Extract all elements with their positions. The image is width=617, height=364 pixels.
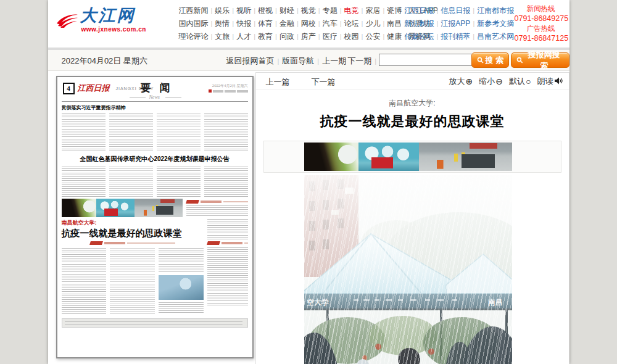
nav-link[interactable]: 视觉 bbox=[301, 6, 316, 15]
nav-separator: | bbox=[318, 7, 320, 14]
nav-link[interactable]: 理论评论 bbox=[179, 32, 209, 41]
toolbar-separator: | bbox=[278, 57, 280, 65]
nav-link[interactable]: 家居 bbox=[365, 6, 380, 15]
prev-article-link[interactable]: 上一篇 bbox=[266, 77, 290, 88]
paper-links: 江西日报|信息日报|江南都市报新法制报|江报APP|新参考文摘传媒论坛|报刊精萃… bbox=[405, 4, 513, 43]
section-badge bbox=[186, 200, 248, 204]
paper-links-row: 江西日报|信息日报|江南都市报 bbox=[405, 4, 513, 17]
masthead-title: 江西日报 bbox=[78, 83, 110, 94]
hotline-number: 0791-86849275 bbox=[515, 14, 568, 23]
nav-link[interactable]: 论坛 bbox=[344, 19, 359, 28]
toolbar-link-next-issue[interactable]: 下一期 bbox=[347, 56, 371, 65]
thumb-kicker: 南昌航空大学: bbox=[62, 219, 204, 227]
nav-link[interactable]: 瓷博 bbox=[387, 6, 402, 15]
nav-link[interactable]: 舆情 bbox=[215, 19, 230, 28]
nav-link[interactable]: 人才 bbox=[236, 32, 251, 41]
thumb-headline-main: 抗疫一线就是最好的思政课堂 bbox=[62, 228, 204, 239]
thumb-headline-top: 贯彻落实习近平重要指示精神 bbox=[62, 104, 173, 111]
nav-link[interactable]: 电竞 bbox=[344, 6, 359, 15]
toolbar-link-prev-issue[interactable]: 上一期 bbox=[322, 56, 346, 65]
nav-link[interactable]: 财经 bbox=[280, 6, 294, 15]
nav-link[interactable]: 公安 bbox=[365, 32, 380, 41]
article-panel: 上一篇 下一篇 放大⊕ 缩小⊖ 默认○ 朗读 南昌航空大学: 抗疫一线就是最好的… bbox=[255, 72, 569, 364]
masthead-date: 2022年4月2日 星期六 bbox=[212, 83, 248, 88]
nav-link[interactable]: 教育 bbox=[258, 32, 273, 41]
paper-link[interactable]: 江报APP bbox=[441, 19, 470, 28]
speaker-icon bbox=[554, 77, 563, 86]
nav-separator: | bbox=[362, 20, 363, 27]
text-columns bbox=[62, 113, 248, 151]
default-size-icon: ○ bbox=[526, 77, 531, 86]
nav-link[interactable]: 少儿 bbox=[365, 19, 380, 28]
nav-separator: | bbox=[383, 33, 384, 40]
zoom-out-control[interactable]: 缩小⊖ bbox=[479, 76, 503, 87]
nav-link[interactable]: 橙视 bbox=[258, 6, 273, 15]
paper-separator: | bbox=[473, 33, 474, 40]
nav-link[interactable]: 房产 bbox=[301, 32, 316, 41]
read-aloud-control[interactable]: 朗读 bbox=[537, 76, 563, 87]
nav-link[interactable]: 健康 bbox=[387, 32, 402, 41]
nav-link[interactable]: 视听 bbox=[236, 6, 251, 15]
paper-link[interactable]: 信息日报 bbox=[441, 6, 470, 15]
newspaper-thumbnail[interactable]: 4 江西日报 JIANGXI DAILY 要 闻 News 2022年4月2日 … bbox=[56, 76, 254, 358]
toolbar-link-page-nav[interactable]: 版面导航 bbox=[282, 56, 314, 65]
nav-link[interactable]: 快报 bbox=[236, 19, 251, 28]
nav-link[interactable]: 体育 bbox=[258, 19, 273, 28]
paper-link[interactable]: 新参考文摘 bbox=[477, 19, 514, 28]
section-rule bbox=[130, 97, 146, 98]
nav-link[interactable]: 娱乐 bbox=[215, 6, 230, 15]
default-size-control[interactable]: 默认○ bbox=[509, 76, 531, 87]
masthead-editor-line bbox=[209, 89, 248, 93]
main-area: 4 江西日报 JIANGXI DAILY 要 闻 News 2022年4月2日 … bbox=[48, 71, 569, 364]
thumb-photo-strip-row bbox=[62, 199, 248, 217]
nav-link[interactable]: 专题 bbox=[323, 6, 337, 15]
paper-link[interactable]: 江南都市报 bbox=[477, 6, 514, 15]
article-kicker: 南昌航空大学: bbox=[256, 98, 569, 109]
magnifier-icon bbox=[477, 57, 484, 64]
site-logo[interactable]: 大江网 www.jxnews.com.cn bbox=[56, 5, 154, 33]
search-button[interactable]: 搜 索 bbox=[471, 52, 510, 68]
nav-link[interactable]: 医疗 bbox=[323, 32, 337, 41]
article-header: 南昌航空大学: 抗疫一线就是最好的思政课堂 bbox=[256, 98, 569, 131]
main-nav-row: 江西新闻|娱乐|视听|橙视|财经|视觉|专题|电竞|家居|瓷博|大江APP bbox=[179, 4, 401, 17]
masthead: 4 江西日报 JIANGXI DAILY 要 闻 News 2022年4月2日 … bbox=[62, 80, 248, 102]
thumb-headline-mid: 全国红色基因传承研究中心2022年度规划课题申报公告 bbox=[62, 155, 248, 163]
nav-separator: | bbox=[275, 33, 277, 40]
paper-separator: | bbox=[437, 7, 439, 14]
section-badge bbox=[90, 241, 175, 245]
nav-link[interactable]: 问政 bbox=[280, 32, 294, 41]
nav-link[interactable]: 校园 bbox=[344, 32, 359, 41]
nav-separator: | bbox=[318, 20, 320, 27]
zoom-in-control[interactable]: 放大⊕ bbox=[449, 76, 473, 87]
paper-link[interactable]: 报刊精萃 bbox=[441, 32, 470, 41]
main-nav: 江西新闻|娱乐|视听|橙视|财经|视觉|专题|电竞|家居|瓷博|大江APP国内国… bbox=[179, 4, 401, 43]
site-search-button[interactable]: 搜报网搜索 bbox=[511, 52, 569, 68]
main-nav-row: 理论评论|文旅|人才|教育|问政|房产|医疗|校园|公安|健康|景瓷网 bbox=[179, 30, 401, 43]
article-photo-strip bbox=[304, 143, 512, 171]
paper-link[interactable]: 新法制报 bbox=[405, 19, 434, 28]
nav-link[interactable]: 江西新闻 bbox=[179, 6, 209, 15]
nav-link[interactable]: 网校 bbox=[301, 19, 316, 28]
paper-link[interactable]: 昌南艺术网 bbox=[477, 32, 514, 41]
nav-link[interactable]: 南昌 bbox=[387, 19, 402, 28]
paper-links-row: 传媒论坛|报刊精萃|昌南艺术网 bbox=[405, 30, 513, 43]
nav-separator: | bbox=[318, 33, 320, 40]
thumb-inline-photo bbox=[159, 275, 204, 300]
search-input[interactable] bbox=[379, 54, 474, 66]
nav-link[interactable]: 文旅 bbox=[215, 32, 230, 41]
article-title: 抗疫一线就是最好的思政课堂 bbox=[256, 112, 569, 131]
paper-link[interactable]: 传媒论坛 bbox=[405, 32, 434, 41]
toolbar-link-home[interactable]: 返回报网首页 bbox=[226, 56, 275, 65]
paper-link[interactable]: 江西日报 bbox=[405, 6, 434, 15]
text-columns bbox=[62, 167, 248, 197]
page-container: 大江网 www.jxnews.com.cn 江西新闻|娱乐|视听|橙视|财经|视… bbox=[48, 0, 569, 364]
nav-link[interactable]: 汽车 bbox=[323, 19, 337, 28]
next-article-link[interactable]: 下一篇 bbox=[312, 77, 336, 88]
article-toolbar: 上一篇 下一篇 放大⊕ 缩小⊖ 默认○ 朗读 bbox=[256, 73, 569, 89]
page-number: 4 bbox=[63, 83, 75, 94]
nav-separator: | bbox=[211, 20, 213, 27]
nav-link[interactable]: 金融 bbox=[280, 19, 294, 28]
nav-link[interactable]: 国内国际 bbox=[179, 19, 209, 28]
nav-separator: | bbox=[232, 33, 234, 40]
nav-separator: | bbox=[340, 33, 342, 40]
